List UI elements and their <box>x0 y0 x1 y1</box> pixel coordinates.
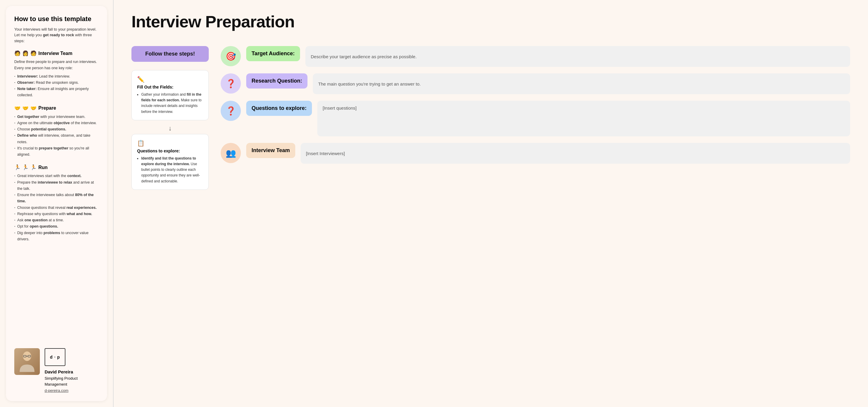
list-item: Ask one question at a time. <box>14 217 99 224</box>
step1-icon: ✏️ <box>137 76 203 83</box>
questions-explore-icon: ❓ <box>221 101 241 121</box>
sidebar-intro: Your interviews will fall to your prepar… <box>14 27 99 44</box>
sidebar-title: How to use this template <box>14 15 99 24</box>
field-row-interview-team: 👥 Interview Team [Insert Interviewers] <box>221 143 850 164</box>
author-link[interactable]: d-pereira.com <box>44 388 68 393</box>
interview-team-emoji3: 🧑 <box>30 50 37 57</box>
prepare-emoji3: 🤝 <box>30 105 37 111</box>
list-item: Agree on the ultimate objective of the i… <box>14 120 99 126</box>
run-emoji2: 🏃 <box>22 164 29 171</box>
interview-team-label: Interview Team <box>38 51 72 56</box>
sidebar-content: How to use this template Your interviews… <box>14 15 99 242</box>
two-column-layout: Follow these steps! ✏️ Fill Out the Fiel… <box>131 46 850 194</box>
target-audience-content[interactable]: Describe your target audience as precise… <box>305 46 850 67</box>
page-title: Interview Preparation <box>131 12 850 31</box>
prepare-list: Get together with your interviewee team.… <box>14 114 99 158</box>
interview-team-field-label: Interview Team <box>246 143 295 158</box>
steps-column: Follow these steps! ✏️ Fill Out the Fiel… <box>131 46 209 194</box>
run-heading: 🏃 🏃 🏃 Run <box>14 164 99 171</box>
list-item: It's crucial to prepare together so you'… <box>14 145 99 158</box>
avatar <box>14 348 40 375</box>
list-item: Choose potential questions. <box>14 126 99 133</box>
interview-team-heading: 🧑 👩 🧑 Interview Team <box>14 50 99 57</box>
list-item: Dig deeper into problems to uncover valu… <box>14 230 99 243</box>
author-subtitle: Simplifying Product Management <box>44 375 99 388</box>
questions-explore-content[interactable]: [Insert questions] <box>317 101 850 136</box>
prepare-emoji2: 🤝 <box>22 105 29 111</box>
target-audience-icon: 🎯 <box>221 46 241 66</box>
list-item: Gather your information and fill in the … <box>141 92 203 115</box>
follow-steps-button[interactable]: Follow these steps! <box>131 46 209 62</box>
arrow-down: ↓ <box>131 125 209 132</box>
logo: d · p <box>44 348 65 366</box>
interview-team-emoji2: 👩 <box>22 50 29 57</box>
step1-list: Gather your information and fill in the … <box>137 92 203 115</box>
target-audience-label: Target Audience: <box>246 46 300 61</box>
roles-list: Interviewer: Lead the interview. Observe… <box>14 73 99 99</box>
prepare-heading: 🤝 🤝 🤝 Prepare <box>14 105 99 111</box>
list-item: Note taker: Ensure all insights are prop… <box>14 86 99 99</box>
interview-team-content[interactable]: [Insert Interviewers] <box>301 143 850 164</box>
step2-icon: 📋 <box>137 140 203 147</box>
fields-column: 🎯 Target Audience: Describe your target … <box>221 46 850 164</box>
author-info: David Pereira Simplifying Product Manage… <box>44 368 99 394</box>
interview-team-desc: Define three people to prepare and run i… <box>14 59 99 72</box>
main-content: Interview Preparation Follow these steps… <box>114 0 868 407</box>
research-question-label: Research Question: <box>246 73 307 89</box>
list-item: Interviewer: Lead the interview. <box>14 73 99 80</box>
field-row-research-question: ❓ Research Question: The main question y… <box>221 73 850 94</box>
step1-title: Fill Out the Fields: <box>137 85 203 90</box>
run-label: Run <box>38 165 48 170</box>
list-item: Define who will interview, observe, and … <box>14 133 99 145</box>
author-name: David Pereira <box>44 368 99 375</box>
list-item: Opt for open questions. <box>14 224 99 230</box>
step2-title: Questions to explore: <box>137 148 203 153</box>
run-emoji3: 🏃 <box>30 164 37 171</box>
list-item: Get together with your interviewee team. <box>14 114 99 120</box>
run-list: Great interviews start with the context.… <box>14 173 99 242</box>
list-item: Identify and list the questions to explo… <box>141 156 203 184</box>
field-row-target-audience: 🎯 Target Audience: Describe your target … <box>221 46 850 67</box>
prepare-emoji: 🤝 <box>14 105 21 111</box>
research-question-icon: ❓ <box>221 73 241 94</box>
step2-list: Identify and list the questions to explo… <box>137 156 203 184</box>
interview-team-emoji: 🧑 <box>14 50 21 57</box>
prepare-label: Prepare <box>38 105 56 111</box>
field-row-questions-explore: ❓ Questions to explore: [Insert question… <box>221 101 850 136</box>
list-item: Prepare the interviewee to relax and arr… <box>14 179 99 192</box>
run-emoji: 🏃 <box>14 164 21 171</box>
sidebar-footer: d · p David Pereira Simplifying Product … <box>14 348 99 394</box>
list-item: Observer: Read the unspoken signs. <box>14 80 99 86</box>
list-item: Rephrase why questions with what and how… <box>14 211 99 217</box>
list-item: Great interviews start with the context. <box>14 173 99 179</box>
step2-card: 📋 Questions to explore: Identify and lis… <box>131 134 209 190</box>
list-item: Choose questions that reveal real experi… <box>14 205 99 211</box>
research-question-content[interactable]: The main question you're trying to get a… <box>313 73 850 94</box>
sidebar: How to use this template Your interviews… <box>6 6 107 401</box>
interview-team-icon: 👥 <box>221 143 241 163</box>
step1-card: ✏️ Fill Out the Fields: Gather your info… <box>131 70 209 120</box>
list-item: Ensure the interviewee talks about 80% o… <box>14 192 99 205</box>
questions-explore-label: Questions to explore: <box>246 101 312 116</box>
